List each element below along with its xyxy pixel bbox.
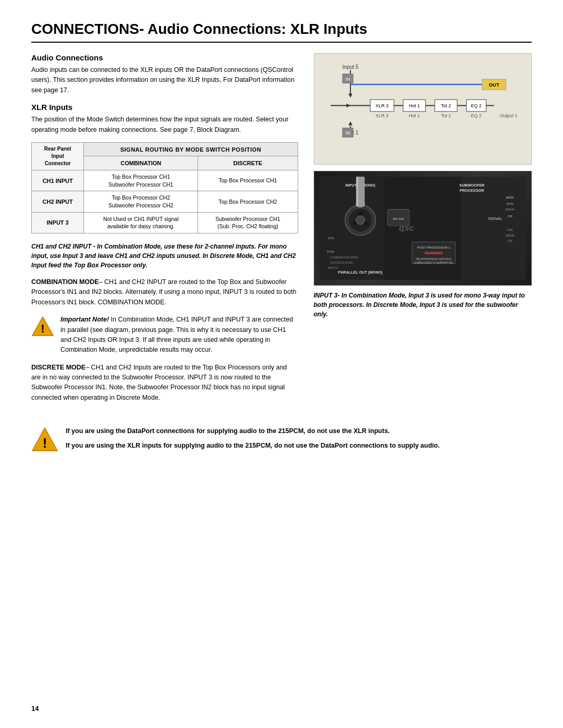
- warning-triangle-icon: !: [31, 315, 54, 338]
- photo-caption: INPUT 3- In Combination Mode, Input 3 is…: [314, 291, 532, 319]
- svg-text:Hot 1: Hot 1: [409, 103, 420, 108]
- svg-text:Output 1: Output 1: [499, 113, 517, 118]
- left-column: Audio Connections Audio inputs can be co…: [31, 53, 298, 410]
- signal-diagram: Input 5 OUT XLR 3 Hot 1: [314, 53, 532, 165]
- svg-point-47: [364, 222, 367, 225]
- bottom-warning-line2-strong: If you are using the XLR inputs for supp…: [66, 442, 439, 449]
- table-caption: CH1 and CH2 INPUT - In Combination Mode,…: [31, 242, 298, 270]
- svg-text:ETE: ETE: [327, 236, 334, 240]
- table-cell-discrete: Top Box Processor CH1: [198, 170, 298, 191]
- svg-text:EQ 2: EQ 2: [471, 103, 481, 108]
- svg-text:IN: IN: [345, 130, 350, 135]
- table-col-discrete: DISCRETE: [198, 156, 298, 170]
- svg-text:Tot 2: Tot 2: [440, 113, 450, 118]
- bottom-warning-section: ! If you are using the DataPort connecti…: [31, 426, 532, 453]
- diagram-input5-label: Input 5: [342, 64, 358, 70]
- discrete-mode-label: DISCRETE MODE: [31, 364, 85, 371]
- bottom-warning-line1-strong: If you are using the DataPort connection…: [66, 427, 390, 435]
- combination-mode-para: COMBINATION MODE– CH1 and CH2 INPUT are …: [31, 277, 298, 307]
- svg-text:THE APPROPRIATE DSP PROG.: THE APPROPRIATE DSP PROG.: [415, 258, 452, 261]
- svg-rect-37: [385, 177, 461, 280]
- right-column: Input 5 OUT XLR 3 Hot 1: [314, 53, 532, 410]
- svg-text:INPUTS: INPUTS: [327, 266, 338, 269]
- svg-text:Hot 1: Hot 1: [409, 113, 420, 118]
- table-cell-label: CH1 INPUT: [32, 170, 84, 191]
- equipment-photo-svg: SUBWOOFER PROCESSOR INPUT 3 (MONO) TION: [320, 177, 527, 280]
- table-cell-discrete: Top Box Processor CH2: [198, 191, 298, 212]
- svg-text:DISCRETE MODE: DISCRETE MODE: [330, 261, 353, 264]
- equipment-photo: SUBWOOFER PROCESSOR INPUT 3 (MONO) TION: [314, 171, 532, 286]
- page-title: CONNECTIONS- Audio Connections: XLR Inpu…: [31, 21, 532, 43]
- bottom-warning-icon: !: [31, 426, 58, 453]
- table-cell-label: CH2 INPUT: [32, 191, 84, 212]
- svg-text:CH: CH: [508, 239, 512, 242]
- table-row: CH1 INPUTTop Box Processor CH1Subwoofer …: [32, 170, 298, 191]
- svg-text:DISCR: DISCR: [506, 208, 514, 211]
- svg-text:DOWNLOADED TO SUPPORT INS.: DOWNLOADED TO SUPPORT INS.: [414, 262, 454, 264]
- svg-text:Tot 2: Tot 2: [440, 103, 450, 108]
- svg-text:XLR 3: XLR 3: [375, 103, 388, 108]
- svg-text:COMBINATION MODE: COMBINATION MODE: [330, 255, 358, 258]
- diagram-output-label: OUT: [488, 82, 499, 88]
- table-cell-combo: Not Used or CH1 INPUT signalavailable fo…: [84, 212, 198, 233]
- svg-text:PROCESSOR: PROCESSOR: [459, 188, 484, 193]
- table-cell-discrete: Subwoofer Processor CH1(Sub. Proc. CH2 f…: [198, 212, 298, 233]
- svg-text:BIAM: BIAM: [506, 202, 513, 205]
- table-header-main: SIGNAL ROUTING BY MODE SWITCH POSITION: [84, 142, 298, 156]
- signal-diagram-svg: Input 5 OUT XLR 3 Hot 1: [317, 57, 529, 159]
- table-col-combo: COMBINATION: [84, 156, 198, 170]
- table-cell-combo: Top Box Processor CH2Subwoofer Processor…: [84, 191, 198, 212]
- svg-rect-50: [356, 177, 358, 206]
- audio-connections-title: Audio Connections: [31, 53, 298, 62]
- important-note-box: ! Important Note! In Combination Mode, C…: [31, 315, 298, 355]
- svg-text:RS-232: RS-232: [393, 217, 404, 220]
- discrete-mode-para: DISCRETE MODE– CH1 and CH2 Inputs are ro…: [31, 363, 298, 403]
- svg-text:!: !: [41, 322, 44, 335]
- svg-point-46: [353, 222, 356, 225]
- svg-text:qsc: qsc: [399, 223, 414, 233]
- svg-text:CH2: CH2: [507, 228, 512, 231]
- svg-point-44: [356, 216, 364, 225]
- xlr-inputs-title: XLR Inputs: [31, 103, 298, 112]
- bottom-warning-text: If you are using the DataPort connection…: [66, 426, 439, 451]
- routing-table: Rear PanelInputConnector SIGNAL ROUTING …: [31, 142, 298, 233]
- svg-point-45: [359, 212, 362, 215]
- svg-text:XLR 3: XLR 3: [375, 113, 388, 118]
- page-number: 14: [31, 705, 39, 712]
- svg-text:SIGNAL: SIGNAL: [488, 216, 502, 221]
- svg-text:IN: IN: [345, 77, 350, 82]
- svg-text:TION: TION: [326, 250, 334, 253]
- table-row: CH2 INPUTTop Box Processor CH2Subwoofer …: [32, 191, 298, 212]
- svg-text:EQ 2: EQ 2: [471, 113, 481, 118]
- table-cell-combo: Top Box Processor CH1Subwoofer Processor…: [84, 170, 198, 191]
- svg-text:DISCR: DISCR: [506, 234, 514, 237]
- svg-text:PARALLEL OUT (MONO): PARALLEL OUT (MONO): [338, 270, 383, 275]
- table-cell-label: INPUT 3: [32, 212, 84, 233]
- xlr-inputs-body: The position of the Mode Switch determin…: [31, 115, 298, 135]
- svg-text:MON: MON: [506, 195, 513, 199]
- important-note-label: Important Note!: [60, 316, 109, 323]
- audio-connections-body: Audio inputs can be connected to the XLR…: [31, 65, 298, 95]
- important-note-text: Important Note! In Combination Mode, CH1…: [60, 315, 298, 355]
- svg-text:!: !: [43, 435, 47, 451]
- svg-text:WARNING: WARNING: [424, 251, 443, 255]
- svg-text:CH: CH: [507, 214, 512, 218]
- combination-mode-label: COMBINATION MODE: [31, 278, 99, 286]
- svg-text:POST PROCESSOR L: POST PROCESSOR L: [417, 245, 450, 249]
- svg-text:SUBWOOFER: SUBWOOFER: [459, 183, 485, 188]
- table-row: INPUT 3Not Used or CH1 INPUT signalavail…: [32, 212, 298, 233]
- table-col-connector: Rear PanelInputConnector: [32, 142, 84, 170]
